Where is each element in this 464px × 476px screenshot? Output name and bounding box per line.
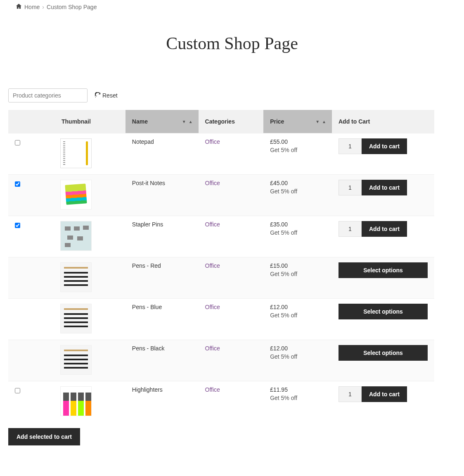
select-options-button[interactable]: Select options xyxy=(339,304,428,319)
table-row: Pens - BlueOffice£12.00Get 5% offSelect … xyxy=(8,299,434,340)
discount-text: Get 5% off xyxy=(270,353,325,360)
product-thumbnail[interactable] xyxy=(60,345,92,375)
header-thumbnail: Thumbnail xyxy=(27,110,125,133)
product-name[interactable]: Notepad xyxy=(132,138,154,145)
row-select-checkbox[interactable] xyxy=(15,181,20,187)
row-select-checkbox[interactable] xyxy=(15,223,20,228)
product-name[interactable]: Pens - Blue xyxy=(132,304,162,310)
category-link[interactable]: Office xyxy=(205,221,220,228)
product-table: Thumbnail Name ▼ ▲ Categories Price ▼ ▲ … xyxy=(8,110,434,422)
page-title: Custom Shop Page xyxy=(8,33,456,53)
sort-desc-icon: ▼ xyxy=(182,119,186,124)
quantity-input[interactable] xyxy=(339,386,362,402)
add-to-cart-button[interactable]: Add to cart xyxy=(362,386,407,402)
category-link[interactable]: Office xyxy=(205,262,220,269)
breadcrumb: Home › Custom Shop Page xyxy=(8,0,456,11)
discount-text: Get 5% off xyxy=(270,395,325,401)
home-icon xyxy=(16,3,22,11)
table-row: Pens - RedOffice£15.00Get 5% offSelect o… xyxy=(8,257,434,299)
discount-text: Get 5% off xyxy=(270,312,325,319)
quantity-input[interactable] xyxy=(339,138,362,154)
category-link[interactable]: Office xyxy=(205,304,220,310)
sort-desc-icon: ▼ xyxy=(315,119,320,124)
refresh-icon xyxy=(95,92,101,99)
reset-button[interactable]: Reset xyxy=(95,92,118,99)
add-to-cart-button[interactable]: Add to cart xyxy=(362,180,407,195)
table-row: HighlightersOffice£11.95Get 5% offAdd to… xyxy=(8,381,434,423)
discount-text: Get 5% off xyxy=(270,188,325,195)
add-to-cart-button[interactable]: Add to cart xyxy=(362,138,407,154)
product-price: £55.00 xyxy=(270,138,325,145)
product-price: £12.00 xyxy=(270,345,325,352)
product-thumbnail[interactable] xyxy=(60,262,92,292)
discount-text: Get 5% off xyxy=(270,271,325,277)
add-selected-to-cart-button[interactable]: Add selected to cart xyxy=(8,428,80,445)
product-price: £12.00 xyxy=(270,304,325,310)
discount-text: Get 5% off xyxy=(270,229,325,236)
sort-asc-icon: ▲ xyxy=(322,119,326,124)
header-add-to-cart: Add to Cart xyxy=(332,110,434,133)
row-select-checkbox[interactable] xyxy=(15,140,20,145)
category-link[interactable]: Office xyxy=(205,386,220,393)
header-categories: Categories xyxy=(199,110,264,133)
product-thumbnail[interactable] xyxy=(60,138,92,168)
breadcrumb-current: Custom Shop Page xyxy=(47,4,97,10)
breadcrumb-separator: › xyxy=(42,4,44,10)
quantity-input[interactable] xyxy=(339,221,362,237)
product-price: £11.95 xyxy=(270,386,325,393)
row-select-checkbox[interactable] xyxy=(15,388,20,393)
quantity-input[interactable] xyxy=(339,180,362,195)
select-options-button[interactable]: Select options xyxy=(339,262,428,278)
product-price: £15.00 xyxy=(270,262,325,269)
header-checkbox xyxy=(8,110,27,133)
product-name[interactable]: Highlighters xyxy=(132,386,163,393)
header-name[interactable]: Name ▼ ▲ xyxy=(125,110,199,133)
category-link[interactable]: Office xyxy=(205,138,220,145)
header-price[interactable]: Price ▼ ▲ xyxy=(263,110,332,133)
product-name[interactable]: Pens - Black xyxy=(132,345,165,352)
add-to-cart-button[interactable]: Add to cart xyxy=(362,221,407,237)
filter-toolbar: Reset xyxy=(8,88,456,110)
product-categories-input[interactable] xyxy=(8,88,88,102)
product-thumbnail[interactable] xyxy=(60,386,92,416)
category-link[interactable]: Office xyxy=(205,345,220,352)
sort-asc-icon: ▲ xyxy=(189,119,193,124)
product-thumbnail[interactable] xyxy=(60,180,92,209)
table-row: Pens - BlackOffice£12.00Get 5% offSelect… xyxy=(8,340,434,381)
reset-label: Reset xyxy=(102,92,118,99)
product-name[interactable]: Pens - Red xyxy=(132,262,161,269)
select-options-button[interactable]: Select options xyxy=(339,345,428,361)
product-name[interactable]: Stapler Pins xyxy=(132,221,163,228)
product-thumbnail[interactable] xyxy=(60,304,92,333)
product-price: £35.00 xyxy=(270,221,325,228)
category-link[interactable]: Office xyxy=(205,180,220,186)
table-row: NotepadOffice£55.00Get 5% offAdd to cart xyxy=(8,133,434,175)
discount-text: Get 5% off xyxy=(270,147,325,153)
table-row: Stapler PinsOffice£35.00Get 5% offAdd to… xyxy=(8,216,434,257)
breadcrumb-home[interactable]: Home xyxy=(24,4,40,10)
product-name[interactable]: Post-it Notes xyxy=(132,180,165,186)
table-row: Post-it NotesOffice£45.00Get 5% offAdd t… xyxy=(8,175,434,216)
product-price: £45.00 xyxy=(270,180,325,186)
product-thumbnail[interactable] xyxy=(60,221,92,251)
